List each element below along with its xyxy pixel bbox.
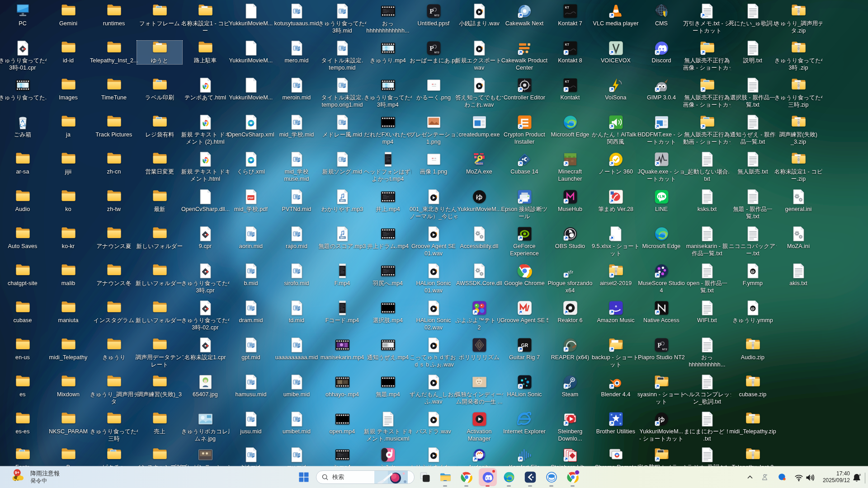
svg-text:z: z bbox=[859, 473, 861, 476]
svg-text:9+: 9+ bbox=[15, 470, 19, 475]
